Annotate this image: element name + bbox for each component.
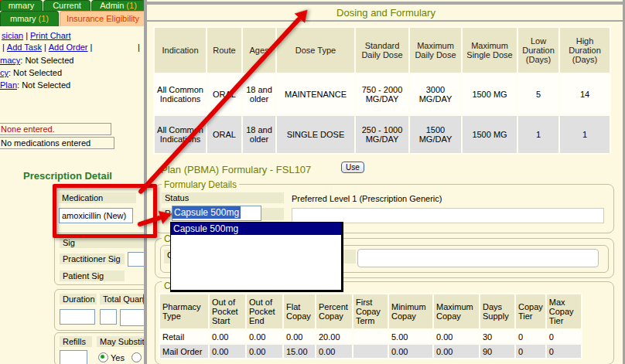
refills-label: Refills bbox=[60, 336, 92, 347]
no-radio[interactable] bbox=[131, 352, 142, 362]
drug-form-dropdown-list[interactable]: Capsule 500mg bbox=[170, 222, 343, 292]
dosing-cell: 18 and older bbox=[243, 74, 275, 114]
duration-input[interactable] bbox=[60, 309, 95, 325]
status-label: Status bbox=[162, 192, 284, 203]
prescription-details-heading: Prescription Detail bbox=[23, 170, 112, 182]
tab-admin[interactable]: Admin(1) bbox=[91, 0, 145, 11]
dosing-header: Route bbox=[207, 28, 241, 73]
medication-label: Medication bbox=[59, 192, 136, 203]
pharmacy-link[interactable]: macy bbox=[0, 56, 20, 65]
copay-header: Minimum Copay bbox=[389, 294, 432, 328]
add-task-link[interactable]: Add Task bbox=[7, 43, 42, 52]
use-button[interactable]: Use bbox=[341, 162, 364, 173]
dosing-formulary-dialog: Dosing and Formulary Indication Route Ag… bbox=[144, 0, 625, 364]
copay-header: Percent Copay bbox=[316, 294, 352, 328]
refills-group: Refills May Substitute Yes No bbox=[54, 332, 156, 364]
plan-formulary-heading: Plan (PBMA) Formulary - FSL107 bbox=[161, 164, 311, 175]
drug-form-combobox[interactable]: Capsule 500mg bbox=[172, 206, 261, 221]
copay-cell: 0.00 bbox=[389, 345, 432, 358]
dosing-cell: 18 and older bbox=[243, 116, 275, 153]
refills-input[interactable] bbox=[60, 350, 87, 364]
dosing-header: Dose Type bbox=[277, 28, 354, 73]
dialog-top-border bbox=[147, 2, 625, 5]
dosing-cell: MAINTENANCE bbox=[277, 74, 354, 114]
copay-header: Days Supply bbox=[480, 294, 514, 328]
separator: | bbox=[91, 43, 93, 52]
copay-cell bbox=[353, 330, 388, 343]
copay-cell: 0.00 bbox=[434, 345, 479, 358]
dosing-header: High Duration (Days) bbox=[560, 28, 610, 73]
copay-cell: Mail Order bbox=[160, 345, 208, 358]
copay-cell: 20.00 bbox=[316, 330, 352, 343]
duration-label: Duration bbox=[60, 294, 97, 304]
none-entered-message: None entered. bbox=[0, 123, 111, 135]
copay-header-row: Pharmacy Type Out of Pocket Start Out of… bbox=[160, 294, 581, 328]
hidden-inner-input[interactable] bbox=[357, 249, 599, 267]
dosing-cell: All Common Indications bbox=[155, 74, 206, 114]
copay-cell: 15.00 bbox=[284, 345, 315, 358]
dosing-cell: All Common Indications bbox=[155, 116, 206, 153]
dosing-cell: 1500 MG bbox=[463, 116, 517, 153]
separator: | bbox=[138, 43, 140, 52]
dosing-cell: 5 bbox=[518, 74, 558, 114]
dosing-header: Low Duration (Days) bbox=[518, 28, 558, 73]
dosing-cell: 250 - 1000 MG/DAY bbox=[356, 116, 408, 153]
copay-cell: 90 bbox=[480, 345, 514, 358]
restrictions-input[interactable] bbox=[292, 208, 604, 223]
copay-header: Flat Copay bbox=[284, 294, 315, 328]
yes-radio[interactable] bbox=[98, 352, 108, 362]
tab-insurance-eligibility[interactable]: Insurance Eligibility bbox=[60, 11, 146, 26]
duration-group: Duration Total Quantity C bbox=[54, 289, 156, 331]
yes-radio-label: Yes bbox=[111, 353, 125, 362]
print-chart-link[interactable]: Print Chart bbox=[30, 31, 71, 40]
total-quantity-input[interactable] bbox=[100, 309, 117, 325]
dosing-cell: 3000 MG/DAY bbox=[410, 74, 461, 114]
sig-label: Sig bbox=[60, 237, 146, 248]
dosing-header: Indication bbox=[155, 28, 206, 73]
add-order-link[interactable]: Add Order bbox=[49, 43, 88, 52]
agency-status: : Not Selected bbox=[9, 68, 62, 77]
pharmacy-status: : Not Selected bbox=[20, 56, 73, 65]
copay-cell: 0.00 bbox=[247, 330, 282, 343]
copay-cell: 0.00 bbox=[210, 330, 245, 343]
tab-current[interactable]: Current bbox=[43, 0, 91, 11]
copay-cell: 0.00 bbox=[316, 345, 352, 358]
separator: | bbox=[26, 31, 28, 40]
copay-cell: 30 bbox=[480, 330, 514, 343]
tab-label: mmary bbox=[9, 1, 35, 10]
copay-header: Max Copay Tier bbox=[547, 294, 581, 328]
combobox-selected-value: Capsule 500mg bbox=[172, 206, 241, 219]
tab-label: Insurance Eligibility bbox=[67, 14, 139, 23]
tab-label: Admin bbox=[100, 1, 124, 10]
patient-sig-label: Patient Sig bbox=[60, 270, 125, 281]
medication-input[interactable] bbox=[59, 208, 133, 223]
physician-link[interactable]: sician bbox=[2, 31, 23, 40]
dialog-title-divider bbox=[147, 20, 625, 22]
pharmacy-row: macy: Not Selected bbox=[0, 56, 73, 65]
copay-cell: 0.00 bbox=[434, 330, 479, 343]
dropdown-list-item[interactable]: Capsule 500mg bbox=[171, 223, 341, 235]
tab-summary-top[interactable]: mmary bbox=[0, 0, 43, 11]
agency-link[interactable]: cy bbox=[0, 68, 9, 77]
dosing-cell: 1500 MG bbox=[463, 74, 517, 114]
tab-count: (1) bbox=[126, 1, 136, 10]
copay-cell: 0 bbox=[516, 345, 545, 358]
chart-links-row: sician|Print Chart bbox=[2, 31, 71, 40]
formulary-details-legend: Formulary Details bbox=[162, 179, 239, 190]
copay-cell: 5.00 bbox=[389, 330, 432, 343]
dialog-title: Dosing and Formulary bbox=[147, 7, 625, 19]
sig-group: Sig Practitioner Sig Patient Sig bbox=[54, 233, 156, 285]
copay-header: Copay Tier bbox=[516, 294, 545, 328]
dosing-table: Indication Route Ages Dose Type Standard… bbox=[153, 26, 611, 155]
dosing-cell: 1 bbox=[518, 116, 558, 153]
plan-status: : Not Selected bbox=[17, 80, 70, 90]
status-value: Preferred Level 1 (Prescription Generic) bbox=[292, 194, 442, 203]
copay-header: Pharmacy Type bbox=[160, 294, 208, 328]
dosing-header: Standard Daily Dose bbox=[356, 28, 408, 73]
plan-link[interactable]: Plan bbox=[0, 80, 17, 90]
tab-count: (1) bbox=[39, 14, 49, 23]
tab-summary-sub[interactable]: mmary(1) bbox=[0, 11, 59, 26]
no-medications-message: No medications entered bbox=[0, 137, 114, 149]
dosing-row: All Common Indications ORAL 18 and older… bbox=[155, 74, 610, 114]
tab-label: Current bbox=[53, 1, 81, 10]
